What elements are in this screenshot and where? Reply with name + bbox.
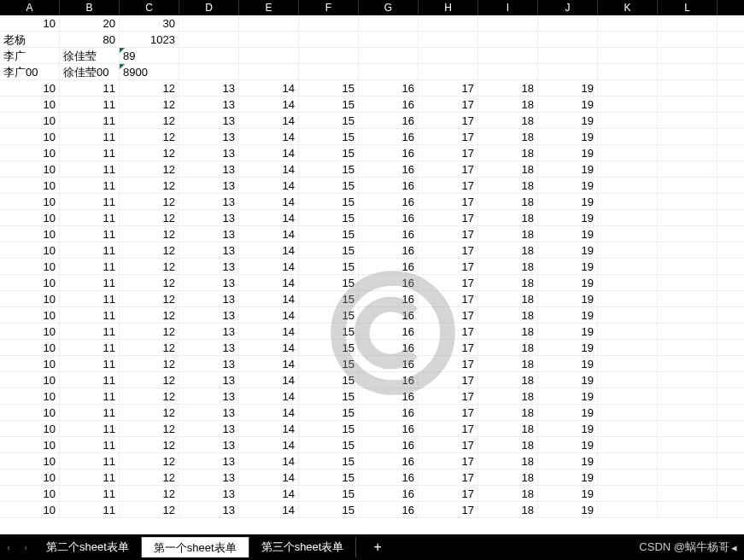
cell[interactable]: 10 [0,80,60,96]
cell[interactable]: 14 [239,372,299,388]
cell[interactable] [658,64,718,79]
cell[interactable] [658,194,718,209]
cell[interactable]: 14 [239,388,299,404]
cell[interactable]: 17 [419,194,478,209]
cell[interactable] [359,32,419,47]
cell[interactable] [658,405,718,420]
cell[interactable]: 16 [359,194,419,209]
cell[interactable]: 18 [478,210,538,225]
cell[interactable]: 11 [60,145,120,160]
cell[interactable] [598,372,658,388]
cell[interactable]: 16 [359,340,419,355]
sheet-tab[interactable]: 第一个sheet表单 [142,537,249,557]
cell[interactable] [598,502,658,517]
cell[interactable]: 13 [179,437,239,452]
cell[interactable]: 15 [299,129,359,144]
cell[interactable]: 19 [538,161,598,177]
cell[interactable]: 14 [239,486,299,501]
cell[interactable] [658,421,718,436]
cell[interactable] [538,48,598,63]
cell[interactable]: 徐佳莹00 [60,64,120,79]
cell[interactable] [658,437,718,452]
cell[interactable]: 15 [299,161,359,177]
cell[interactable] [538,64,598,79]
cell[interactable]: 13 [179,470,239,485]
cell[interactable]: 10 [0,129,60,144]
cell[interactable]: 10 [0,226,60,242]
cell[interactable]: 14 [239,437,299,452]
cell[interactable]: 18 [478,340,538,355]
cell[interactable]: 14 [239,470,299,485]
cell[interactable]: 19 [538,486,598,501]
cell[interactable]: 17 [419,226,478,242]
cell[interactable] [658,80,718,96]
cell[interactable] [658,291,718,306]
cell[interactable]: 19 [538,421,598,436]
column-header-G[interactable]: G [359,0,419,15]
cell[interactable]: 16 [359,453,419,469]
cell[interactable]: 18 [478,388,538,404]
column-header-F[interactable]: F [299,0,359,15]
cell[interactable] [658,486,718,501]
cell[interactable]: 17 [419,340,478,355]
cell[interactable]: 12 [120,324,179,339]
cell[interactable] [658,96,718,112]
cell[interactable]: 16 [359,372,419,388]
cell[interactable]: 16 [359,388,419,404]
cell[interactable]: 17 [419,210,478,225]
cell[interactable] [478,32,538,47]
cell[interactable] [299,48,359,63]
cell[interactable]: 14 [239,161,299,177]
cell[interactable] [598,275,658,290]
cell[interactable]: 19 [538,437,598,452]
cell[interactable]: 12 [120,421,179,436]
cell[interactable]: 10 [0,178,60,193]
cell[interactable]: 19 [538,96,598,112]
cell[interactable]: 10 [0,145,60,160]
cell[interactable] [658,259,718,274]
cell[interactable]: 18 [478,129,538,144]
cell[interactable]: 18 [478,405,538,420]
cell[interactable]: 15 [299,372,359,388]
cell[interactable]: 19 [538,388,598,404]
cell[interactable]: 19 [538,275,598,290]
cell[interactable]: 李广 [0,48,60,63]
cell[interactable]: 17 [419,145,478,160]
cell[interactable]: 18 [478,291,538,306]
cell[interactable]: 13 [179,340,239,355]
cell[interactable]: 10 [0,275,60,290]
cell[interactable]: 18 [478,502,538,517]
cell[interactable]: 11 [60,437,120,452]
cell[interactable]: 18 [478,145,538,160]
cell[interactable]: 14 [239,113,299,128]
cell[interactable]: 12 [120,145,179,160]
cell[interactable]: 18 [478,113,538,128]
cell[interactable]: 15 [299,80,359,96]
cell[interactable]: 18 [478,421,538,436]
cell[interactable]: 12 [120,372,179,388]
cell[interactable]: 17 [419,307,478,323]
cell[interactable]: 10 [0,113,60,128]
cell[interactable]: 14 [239,340,299,355]
cell[interactable]: 11 [60,340,120,355]
cell[interactable]: 15 [299,113,359,128]
cell[interactable]: 18 [478,194,538,209]
cell[interactable]: 16 [359,145,419,160]
cell[interactable]: 11 [60,453,120,469]
cell[interactable] [598,470,658,485]
cell[interactable]: 17 [419,356,478,371]
tab-nav-prev[interactable]: ‹ [0,542,17,552]
cell[interactable]: 12 [120,486,179,501]
cell[interactable] [658,226,718,242]
cell[interactable]: 13 [179,226,239,242]
cell[interactable] [239,32,299,47]
cell[interactable] [478,15,538,31]
cell[interactable]: 12 [120,178,179,193]
cell[interactable]: 14 [239,275,299,290]
cell[interactable]: 15 [299,210,359,225]
cell[interactable] [598,48,658,63]
cell[interactable]: 17 [419,129,478,144]
cell[interactable]: 10 [0,437,60,452]
cell[interactable]: 11 [60,470,120,485]
cell[interactable]: 14 [239,96,299,112]
